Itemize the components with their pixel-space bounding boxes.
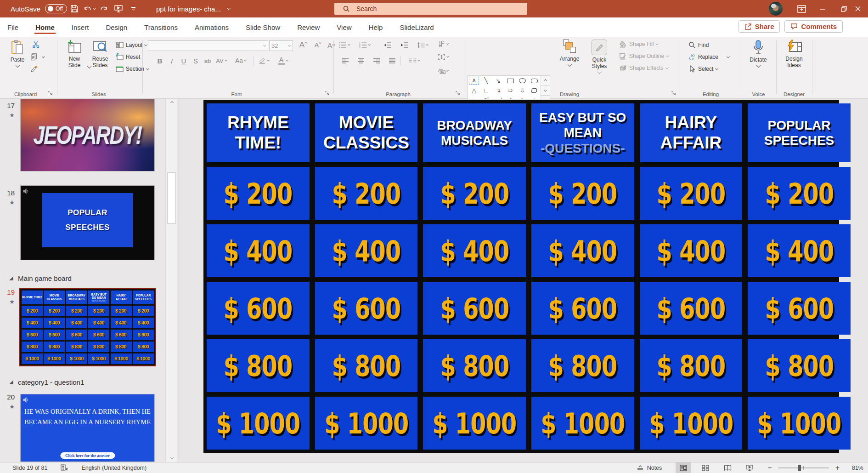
tab-help[interactable]: Help xyxy=(368,19,384,35)
redo-button[interactable] xyxy=(96,0,111,17)
tab-slide-show[interactable]: Slide Show xyxy=(245,19,281,35)
drawing-dialog-launcher[interactable] xyxy=(671,90,677,97)
start-slideshow-icon[interactable] xyxy=(111,0,126,17)
title-dropdown-icon[interactable] xyxy=(227,6,231,10)
tab-view[interactable]: View xyxy=(336,19,352,35)
thumbnail-scrollbar[interactable] xyxy=(165,99,177,462)
tab-file[interactable]: File xyxy=(6,19,19,35)
board-cell-600-col3[interactable]: $ 600 xyxy=(423,282,526,335)
slide-20-thumbnail[interactable]: HE WAS ORIGINALLY A DRINK, THEN HE BECAM… xyxy=(20,394,155,462)
board-cell-800-col1[interactable]: $ 800 xyxy=(207,339,310,392)
board-cell-800-col5[interactable]: $ 800 xyxy=(640,339,743,392)
underline-button[interactable]: U xyxy=(178,55,189,66)
tab-design[interactable]: Design xyxy=(105,19,128,35)
shape-arrow-icon[interactable]: ↘ xyxy=(492,76,504,85)
share-button[interactable]: Share xyxy=(738,20,780,33)
text-highlight-button[interactable] xyxy=(258,55,269,66)
category-header-1[interactable]: RHYME TIME! xyxy=(207,103,310,162)
search-input[interactable]: Search xyxy=(334,3,527,15)
shape-effects-button[interactable]: Shape Effects xyxy=(619,64,668,72)
board-cell-1000-col5[interactable]: $ 1000 xyxy=(640,397,743,450)
board-cell-600-col6[interactable]: $ 600 xyxy=(748,282,851,335)
answer-link-button[interactable]: Click here for the answer xyxy=(60,452,115,459)
user-avatar[interactable] xyxy=(769,2,783,16)
tab-slidelizard[interactable]: SlideLizard xyxy=(399,19,434,35)
accessibility-checker-icon[interactable] xyxy=(60,464,68,473)
minimize-button[interactable] xyxy=(812,0,833,17)
slide-18-thumbnail[interactable]: POPULAR SPEECHES xyxy=(20,185,155,260)
shape-oval-icon[interactable] xyxy=(516,76,528,85)
design-ideas-button[interactable]: Design Ideas xyxy=(781,40,807,68)
convert-to-smartart-button[interactable] xyxy=(438,65,449,76)
board-cell-600-col2[interactable]: $ 600 xyxy=(315,282,418,335)
zoom-percentage[interactable]: 81% xyxy=(846,465,863,471)
language-indicator[interactable]: English (United Kingdom) xyxy=(81,465,147,471)
zoom-slider-thumb[interactable] xyxy=(798,465,801,471)
slide-17-thumbnail[interactable]: JEOPARDY! xyxy=(20,99,155,171)
align-center-button[interactable] xyxy=(355,55,366,66)
board-cell-200-col5[interactable]: $ 200 xyxy=(640,167,743,220)
shape-rectangle-icon[interactable] xyxy=(504,76,516,85)
new-slide-button[interactable]: New Slide xyxy=(62,40,86,68)
increase-font-size-button[interactable]: A xyxy=(298,40,309,51)
decrease-indent-button[interactable] xyxy=(382,40,393,51)
zoom-in-button[interactable]: + xyxy=(835,464,840,472)
arrange-button[interactable]: Arrange xyxy=(557,40,582,67)
replace-button[interactable]: bc Replace xyxy=(688,53,729,61)
category-header-6[interactable]: POPULAR SPEECHES xyxy=(748,103,851,162)
section-category1-question1[interactable]: category1 - question1 xyxy=(9,378,84,386)
board-cell-800-col3[interactable]: $ 800 xyxy=(423,339,526,392)
save-icon[interactable] xyxy=(67,0,82,17)
bold-button[interactable]: B xyxy=(158,57,163,65)
reading-view-button[interactable] xyxy=(720,462,735,473)
tab-home[interactable]: Home xyxy=(34,19,56,35)
shape-fill-button[interactable]: Shape Fill xyxy=(619,40,658,48)
section-button[interactable]: Section xyxy=(116,65,149,73)
document-title[interactable]: ppt for images- cha... xyxy=(156,5,221,13)
copy-dropdown-icon[interactable] xyxy=(42,55,45,58)
bullets-button[interactable] xyxy=(339,40,350,51)
board-cell-600-col4[interactable]: $ 600 xyxy=(531,282,634,335)
select-button[interactable]: Select xyxy=(688,65,718,73)
cut-icon[interactable] xyxy=(32,40,40,48)
tab-transitions[interactable]: Transitions xyxy=(143,19,179,35)
board-cell-1000-col3[interactable]: $ 1000 xyxy=(423,397,526,450)
change-case-button[interactable]: Aa xyxy=(235,55,246,66)
board-cell-400-col4[interactable]: $ 400 xyxy=(531,224,634,277)
category-header-5[interactable]: HAIRY AFFAIR xyxy=(640,103,743,162)
board-cell-200-col2[interactable]: $ 200 xyxy=(315,167,418,220)
slideshow-view-button[interactable] xyxy=(742,462,757,473)
board-cell-200-col6[interactable]: $ 200 xyxy=(748,167,851,220)
paragraph-dialog-launcher[interactable] xyxy=(455,90,461,97)
board-cell-1000-col1[interactable]: $ 1000 xyxy=(207,397,310,450)
category-header-3[interactable]: BROADWAY MUSICALS xyxy=(423,103,526,162)
shape-line-icon[interactable]: ╲ xyxy=(480,76,492,85)
quick-access-overflow-button[interactable] xyxy=(126,0,141,17)
font-name-combobox[interactable] xyxy=(148,40,268,51)
font-dialog-launcher[interactable] xyxy=(324,90,331,97)
font-size-combobox[interactable]: 32 xyxy=(269,40,293,51)
columns-button[interactable] xyxy=(409,55,420,66)
board-cell-400-col6[interactable]: $ 400 xyxy=(748,224,851,277)
slide-counter[interactable]: Slide 19 of 81 xyxy=(12,465,47,471)
shape-text-box-icon[interactable]: A xyxy=(469,77,479,85)
clipboard-dialog-launcher[interactable] xyxy=(47,90,54,97)
strikethrough-button[interactable]: ab xyxy=(202,55,213,66)
clear-formatting-button[interactable]: A xyxy=(326,40,337,51)
shape-elbow-connector-icon[interactable]: ∟ xyxy=(480,85,492,95)
slide-sorter-view-button[interactable] xyxy=(698,462,713,473)
shape-outline-button[interactable]: Shape Outline xyxy=(619,52,669,60)
character-spacing-button[interactable]: AV xyxy=(216,55,227,66)
board-cell-1000-col2[interactable]: $ 1000 xyxy=(315,397,418,450)
shape-right-arrow-icon[interactable]: ⇨ xyxy=(504,85,516,95)
align-left-button[interactable] xyxy=(340,55,351,66)
category-header-2[interactable]: MOVIE CLASSICS xyxy=(315,103,418,162)
text-shadow-button[interactable]: S xyxy=(190,55,201,66)
shape-triangle-icon[interactable]: △ xyxy=(468,85,480,95)
scroll-up-arrow[interactable] xyxy=(166,99,178,107)
copy-icon[interactable] xyxy=(30,53,38,61)
board-cell-600-col1[interactable]: $ 600 xyxy=(207,282,310,335)
board-cell-200-col1[interactable]: $ 200 xyxy=(207,167,310,220)
board-cell-600-col5[interactable]: $ 600 xyxy=(640,282,743,335)
board-cell-200-col3[interactable]: $ 200 xyxy=(423,167,526,220)
